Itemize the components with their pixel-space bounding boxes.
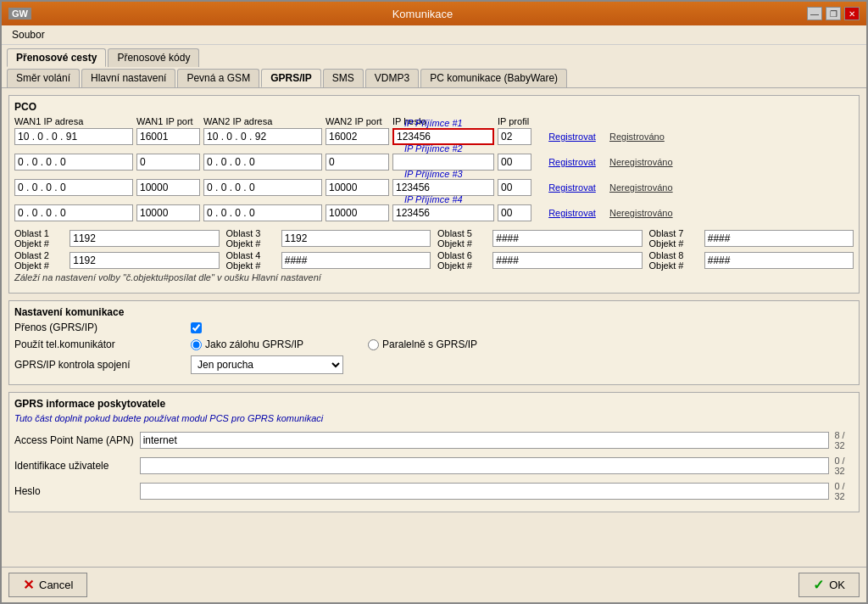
profil-2[interactable] [498,154,531,171]
user-row: Identifikace uživatele 0 / 32 [14,456,854,476]
obj-label-2-2: Oblast 4 Objekt # [226,250,278,271]
ok-icon: ✓ [813,577,824,593]
obj-label-2-4: Oblast 8 Objekt # [649,250,701,271]
radio-paralelne-input[interactable] [368,339,379,350]
pco-label: PCO [14,101,854,113]
ok-button[interactable]: ✓ OK [798,573,860,597]
restore-button[interactable]: ❐ [826,7,841,20]
obj-label-1-1: Oblast 1 Objekt # [14,228,66,249]
obj-input-1-2[interactable] [281,230,431,247]
main-window: GW Komunikace — ❐ ✕ Soubor Přenosové ces… [0,0,868,604]
menubar: Soubor [2,25,866,45]
apn-row: Access Point Name (APN) 8 / 32 [14,430,854,450]
prenos-checkbox[interactable] [191,322,202,333]
prenos-label: Přenos (GPRS/IP) [14,322,184,333]
radio-paralelne[interactable]: Paralelně s GPRS/IP [368,338,477,350]
window-title: Komunikace [38,8,807,20]
profil-3[interactable] [498,179,531,196]
wan1-ip-1[interactable] [14,128,133,145]
heslo-gprs-input[interactable] [140,483,830,500]
heslo-2[interactable] [392,154,494,171]
radio-paralelne-label: Paralelně s GPRS/IP [382,338,477,350]
radio-zaloha-input[interactable] [191,339,202,350]
apn-label: Access Point Name (APN) [14,434,140,446]
wan2-ip-3[interactable] [203,179,322,196]
outer-tab-row: Přenosové cesty Přenosové kódy [7,48,861,67]
wan1-port-2[interactable] [136,154,200,171]
obj-input-2-3[interactable] [492,252,642,269]
obj-input-1-3[interactable] [492,230,642,247]
wan2-port-2[interactable] [326,154,389,171]
heslo-4[interactable] [392,204,494,221]
obj-input-2-1[interactable] [70,252,219,269]
titlebar: GW Komunikace — ❐ ✕ [2,2,866,25]
tab-smer-volani[interactable]: Směr volání [7,69,80,87]
cancel-label: Cancel [39,579,73,591]
obj-field-1-2: Oblast 3 Objekt # [226,228,431,249]
ok-label: OK [829,579,845,591]
wan2-ip-2[interactable] [203,154,322,171]
close-button[interactable]: ✕ [844,7,860,20]
cancel-button[interactable]: ✕ Cancel [8,573,87,597]
gprs-kontrola-select[interactable]: Jen porucha Vždy Nikdy [191,355,343,374]
obj-label-1-4: Oblast 7 Objekt # [649,228,701,249]
status-1: Registrováno [609,131,686,142]
wan1-port-4[interactable] [136,204,200,221]
obj-field-2-3: Oblast 6 Objekt # [437,250,643,271]
titlebar-controls: — ❐ ✕ [807,7,860,20]
wan2-port-4[interactable] [326,204,389,221]
wan1-port-3[interactable] [136,179,200,196]
profil-4[interactable] [498,204,531,221]
obj-input-1-1[interactable] [70,230,219,247]
menu-soubor[interactable]: Soubor [5,27,52,42]
obj-input-2-4[interactable] [704,252,854,269]
tab-pc-komunikace[interactable]: PC komunikace (BabyWare) [420,69,567,87]
registrovat-btn-4[interactable]: Registrovat [538,208,606,218]
heslo-label: Heslo [14,485,140,497]
cancel-icon: ✕ [23,577,34,593]
wan2-ip-4[interactable] [203,204,322,221]
heslo-3[interactable] [392,179,494,196]
tel-label: Použít tel.komunikátor [14,338,184,350]
user-input[interactable] [140,457,830,474]
wan1-ip-2[interactable] [14,154,133,171]
tab-sms[interactable]: SMS [323,69,364,87]
registrovat-btn-1[interactable]: Registrovat [538,131,606,142]
profil-1[interactable] [498,128,531,145]
apn-input[interactable] [140,432,830,449]
wan2-port-3[interactable] [326,179,389,196]
header-wan1-port: WAN1 IP port [136,116,200,126]
wan1-ip-3[interactable] [14,179,133,196]
heslo-count: 0 / 32 [834,481,854,501]
obj-input-1-4[interactable] [704,230,854,247]
gprs-kontrola-label: GPRS/IP kontrola spojení [14,359,184,371]
tab-gprs-ip[interactable]: GPRS/IP [261,69,321,87]
radio-zaloha[interactable]: Jako zálohu GPRS/IP [191,338,303,350]
obj-field-1-3: Oblast 5 Objekt # [437,228,643,249]
tab-prenosove-kody[interactable]: Přenosové kódy [108,48,199,67]
ip-label-3: IP Příjímce #3 [404,169,463,179]
minimize-button[interactable]: — [807,7,822,20]
obj-label-1-2: Oblast 3 Objekt # [226,228,278,249]
obj-input-2-2[interactable] [281,252,431,269]
header-wan2-port: WAN2 IP port [326,116,389,126]
registrovat-btn-3[interactable]: Registrovat [538,182,606,193]
wan1-port-1[interactable] [136,128,200,145]
gprs-kontrola-row: GPRS/IP kontrola spojení Jen porucha Vžd… [14,355,854,374]
registrovat-btn-2[interactable]: Registrovat [538,157,606,167]
tab-vdmp3[interactable]: VDMP3 [365,69,419,87]
tab-prenosove-cesty[interactable]: Přenosové cesty [7,48,106,67]
obj-label-2-1: Oblast 2 Objekt # [14,250,66,271]
header-wan1-ip: WAN1 IP adresa [14,116,133,126]
wan1-ip-4[interactable] [14,204,133,221]
tab-hlavni-nastaveni[interactable]: Hlavní nastavení [81,69,175,87]
heslo-1[interactable] [392,128,494,145]
wan2-port-1[interactable] [326,128,389,145]
gprs-section: GPRS informace poskytovatele Tuto část d… [8,392,860,512]
wan2-ip-1[interactable] [203,128,322,145]
radio-zaloha-label: Jako zálohu GPRS/IP [205,338,303,350]
prenos-row: Přenos (GPRS/IP) [14,322,854,333]
pco-section: PCO WAN1 IP adresa WAN1 IP port WAN2 IP … [8,95,860,294]
tab-pevna-gsm[interactable]: Pevná a GSM [177,69,259,87]
gprs-note: Tuto část doplnit pokud budete používat … [14,413,854,423]
